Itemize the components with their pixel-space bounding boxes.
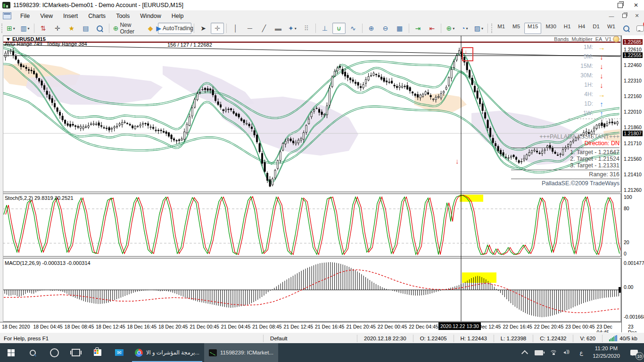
pallada-assistant-panel: +++PALLADA ASSISTANT+++ Direction: DN 1.… [492,133,619,187]
close-window-button[interactable]: ✕ [628,0,644,10]
sell-signal-marker: ↓ [462,47,473,61]
new-order-button[interactable]: ⊕ New Order [112,23,143,34]
market-watch-button[interactable]: ⇅ [37,23,50,34]
indicators-button[interactable]: ⊕▾ [444,23,457,34]
menu-item-charts[interactable]: Charts [83,11,111,21]
strategy-tester-button[interactable] [93,23,107,34]
ea-down-arrow-icon: ↓ [598,62,605,70]
vline-button[interactable]: │ [229,23,242,34]
autoscroll-button[interactable]: ⇥ [411,23,424,34]
tray-chevron-icon[interactable] [518,343,532,362]
price-axis[interactable]: 1.226851.226101.225551.224601.223101.221… [621,35,644,332]
new-chart-button-dropdown-icon[interactable]: ▾ [13,26,15,31]
menu-item-tools[interactable]: Tools [111,11,135,21]
hline-button[interactable]: ─ [243,23,256,34]
templates-button-dropdown-icon[interactable]: ▾ [481,26,483,31]
metaeditor-button[interactable]: ◆ [144,23,157,34]
cortana-button[interactable] [43,343,65,362]
wifi-icon[interactable] [546,343,560,362]
timeframe-h4-button[interactable]: H4 [575,23,589,34]
menu-item-file[interactable]: File [15,11,35,21]
signal-bars-icon [609,335,617,341]
status-cell: V: 620 [573,335,602,342]
navigator-button[interactable]: ★ [65,23,78,34]
chrome-task-button[interactable]: ...برمجة المؤشرات و الا [130,343,204,362]
ea-title: Bands_Multiplier_EA_V1 [554,36,611,42]
start-button[interactable] [0,343,22,362]
time-label: 18 Dec 2020 [2,324,30,329]
data-window-button[interactable]: ✛ [51,23,64,34]
rectangle-button[interactable]: ▬ [272,23,285,34]
price-1.21807: 1.21807 [623,131,643,136]
taskbar-search-button[interactable] [22,343,43,362]
periods-button[interactable]: ◔▾ [458,23,471,34]
zoom-in-button[interactable]: ⊕ [365,23,378,34]
search-button[interactable] [619,23,633,34]
time-label: 23 Dec 00:45 [565,324,594,329]
taskbar-clock[interactable]: 11:20 PM 12/25/2020 [588,345,624,360]
shapes-button[interactable]: ✦▾ [286,23,299,34]
chart-region[interactable]: ▼ EURUSD,M15 AVG Range 749 Today Range 3… [0,35,644,332]
menu-item-insert[interactable]: Insert [58,11,83,21]
zoom-out-button[interactable]: ⊖ [379,23,392,34]
child-restore-button[interactable] [619,11,630,21]
new-chart-button[interactable]: ⊞▾ [4,23,17,34]
terminal-button[interactable]: ▤ [79,23,92,34]
status-connection[interactable]: 40/5 kb [602,335,644,342]
autotrading-button[interactable]: ▶ AutoTrading [158,23,191,34]
crosshair-button[interactable]: ✛ [211,23,224,34]
menu-item-help[interactable]: Help [166,11,189,21]
indicators-button-dropdown-icon[interactable]: ▾ [453,26,454,31]
chart-shift-button[interactable]: ⇤ [425,23,438,34]
price-1.22460: 1.22460 [624,62,642,68]
timeframe-h1-button[interactable]: H1 [561,23,574,34]
language-indicator[interactable]: ع [574,343,588,362]
templates-button[interactable]: ▨▾ [472,23,485,34]
metatrader-task-title: 11598239: ICMarket... [220,350,273,355]
objects-grid-button[interactable]: ⠿ [300,23,313,34]
restore-window-button[interactable] [612,0,628,10]
child-close-button[interactable]: ✕ [631,11,643,21]
cursor-button[interactable]: ➤ [197,23,210,34]
toolbar-separator [409,24,409,33]
time-axis[interactable]: 18 Dec 202018 Dec 04:4518 Dec 08:4518 De… [0,322,621,333]
menu-item-window[interactable]: Window [135,11,166,21]
status-profile[interactable]: Default [263,335,357,342]
chart-profiles-button-dropdown-icon[interactable]: ▾ [28,26,30,31]
mail-button[interactable]: ✉ [108,343,130,362]
volume-icon[interactable] [560,343,574,362]
timeframe-m5-button[interactable]: M5 [509,23,523,34]
trendline-button[interactable]: ╱ [257,23,271,34]
menu-item-view[interactable]: View [35,11,58,21]
ea-timeframe-label: 1W: [583,110,593,116]
time-label: 22 Dec 20:45 [534,324,563,329]
child-minimize-button[interactable]: — [606,11,617,21]
time-label: 18 Dec 04:45 [33,324,62,329]
candles-chart-button[interactable]: ⊍ [332,23,346,34]
line-chart-button[interactable]: ∿ [347,23,360,34]
chrome-task-title: ...برمجة المؤشرات و الا [146,349,199,356]
task-view-button[interactable] [65,343,87,362]
status-help-text: For Help, press F1 [0,336,263,341]
metaeditor-button-icon: ◆ [148,25,153,32]
ea-row-15m: 15M:↓ [516,61,619,71]
timeframe-d1-button[interactable]: D1 [589,23,603,34]
feedback-button[interactable]: 1 [634,23,644,34]
timeframe-m1-button[interactable]: M1 [494,23,508,34]
timeframe-w1-button[interactable]: W1 [604,23,619,34]
price-1.21260: 1.21260 [624,187,642,193]
timeframe-m15-button[interactable]: M15 [524,23,541,34]
chart-profiles-button[interactable]: ▥▾ [18,23,32,34]
metatrader-task-button[interactable]: 11598239: ICMarket... [204,343,278,362]
timeframe-m30-button[interactable]: M30 [542,23,559,34]
toolbar-separator [226,24,227,33]
bars-chart-button[interactable]: ⊥ [318,23,331,34]
battery-icon[interactable] [532,343,546,362]
shapes-button-dropdown-icon[interactable]: ▾ [295,26,297,31]
periods-button-dropdown-icon[interactable]: ▾ [466,26,468,31]
price-1.22160: 1.22160 [624,93,642,99]
ea-smiley-icon[interactable] [613,36,619,42]
action-center-button[interactable]: 10 [624,343,644,362]
store-button[interactable] [87,343,108,362]
tile-windows-button[interactable]: ▦ [393,23,406,34]
